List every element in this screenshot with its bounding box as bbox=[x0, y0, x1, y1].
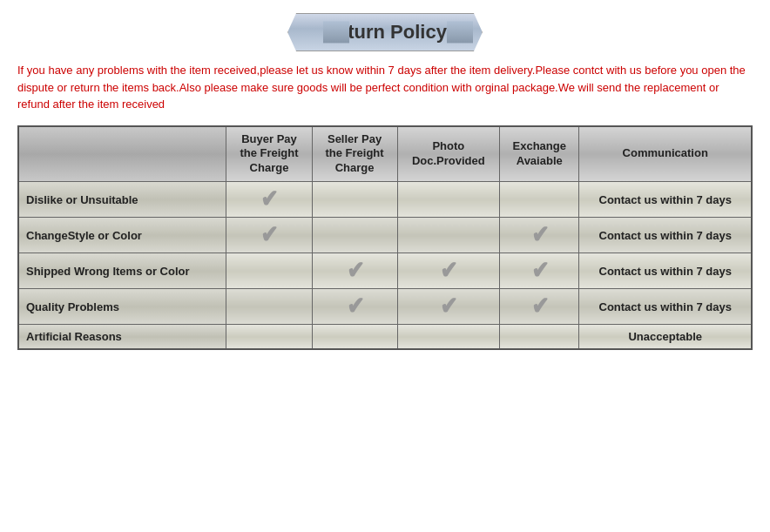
return-policy-banner: Return Policy bbox=[287, 13, 483, 51]
col-header-seller-pay: Seller Paythe FreightCharge bbox=[312, 126, 397, 182]
cell-issue: Dislike or Unsuitable bbox=[18, 182, 226, 218]
cell-seller_pay: ✔ bbox=[312, 253, 397, 289]
cell-issue: Quality Problems bbox=[18, 289, 226, 325]
banner-title: Return Policy bbox=[323, 21, 447, 43]
cell-photo_doc bbox=[397, 218, 499, 253]
check-icon: ✔ bbox=[530, 259, 548, 283]
table-row: Quality Problems✔✔✔Contact us within 7 d… bbox=[18, 289, 752, 325]
cell-issue: Shipped Wrong Items or Color bbox=[18, 253, 226, 289]
cell-photo_doc bbox=[397, 182, 499, 218]
cell-seller_pay: ✔ bbox=[312, 289, 397, 325]
check-icon: ✔ bbox=[260, 223, 278, 247]
policy-text: If you have any problems with the item r… bbox=[17, 62, 753, 113]
cell-issue: ChangeStyle or Color bbox=[18, 218, 226, 253]
cell-communication: Contact us within 7 days bbox=[579, 289, 752, 325]
cell-exchange bbox=[500, 182, 579, 218]
col-header-issue bbox=[18, 126, 226, 182]
table-header-row: Buyer Paythe FreightCharge Seller Paythe… bbox=[18, 126, 752, 182]
check-icon: ✔ bbox=[530, 223, 548, 247]
cell-communication: Unacceptable bbox=[579, 325, 752, 350]
table-row: Shipped Wrong Items or Color✔✔✔Contact u… bbox=[18, 253, 752, 289]
cell-photo_doc: ✔ bbox=[397, 289, 499, 325]
cell-buyer_pay bbox=[226, 253, 312, 289]
col-header-photo-doc: PhotoDoc.Provided bbox=[397, 126, 499, 182]
cell-exchange: ✔ bbox=[500, 253, 579, 289]
cell-communication: Contact us within 7 days bbox=[579, 253, 752, 289]
cell-seller_pay bbox=[312, 218, 397, 253]
cell-photo_doc bbox=[397, 325, 499, 350]
cell-photo_doc: ✔ bbox=[397, 253, 499, 289]
cell-buyer_pay bbox=[226, 325, 312, 350]
cell-communication: Contact us within 7 days bbox=[579, 218, 752, 253]
cell-buyer_pay bbox=[226, 289, 312, 325]
col-header-exchange: ExchangeAvaiable bbox=[500, 126, 579, 182]
table-row: Artificial ReasonsUnacceptable bbox=[18, 325, 752, 350]
cell-buyer_pay: ✔ bbox=[226, 182, 312, 218]
banner-container: Return Policy bbox=[17, 13, 753, 51]
check-icon: ✔ bbox=[346, 259, 363, 283]
cell-exchange: ✔ bbox=[500, 289, 579, 325]
col-header-communication: Communication bbox=[579, 126, 752, 182]
check-icon: ✔ bbox=[440, 259, 457, 283]
cell-seller_pay bbox=[312, 182, 397, 218]
cell-issue: Artificial Reasons bbox=[18, 325, 226, 350]
cell-buyer_pay: ✔ bbox=[226, 218, 312, 253]
check-icon: ✔ bbox=[530, 294, 548, 319]
cell-seller_pay bbox=[312, 325, 397, 350]
cell-exchange bbox=[500, 325, 579, 350]
col-header-buyer-pay: Buyer Paythe FreightCharge bbox=[226, 126, 312, 182]
table-row: ChangeStyle or Color✔✔Contact us within … bbox=[18, 218, 752, 253]
check-icon: ✔ bbox=[440, 294, 457, 319]
cell-exchange: ✔ bbox=[500, 218, 579, 253]
table-row: Dislike or Unsuitable✔Contact us within … bbox=[18, 182, 752, 218]
check-icon: ✔ bbox=[346, 294, 363, 319]
check-icon: ✔ bbox=[260, 187, 278, 212]
return-policy-table: Buyer Paythe FreightCharge Seller Paythe… bbox=[17, 125, 753, 351]
cell-communication: Contact us within 7 days bbox=[579, 182, 752, 218]
